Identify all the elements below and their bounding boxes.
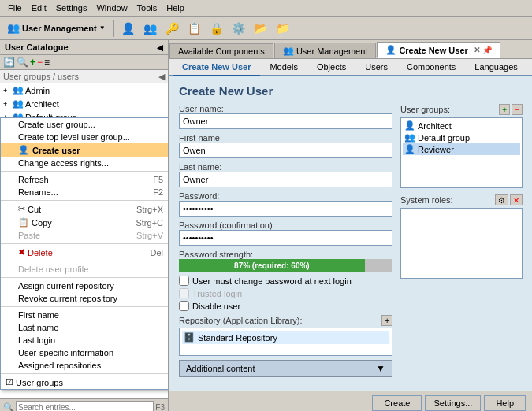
toolbar-icon-8[interactable]: 📁 (273, 20, 292, 36)
close-tab-icon[interactable]: ✕ (474, 46, 480, 54)
password-confirm-input[interactable] (179, 230, 392, 246)
ctx-item-cut[interactable]: ✂ CutStrg+X (1, 202, 168, 216)
inner-tab-objects[interactable]: Objects (307, 59, 355, 75)
ctx-item-user-groups[interactable]: ☑ User groups (1, 376, 168, 389)
system-roles-remove-btn[interactable]: ✕ (510, 194, 523, 206)
additional-content-expand-icon: ▼ (376, 363, 385, 374)
cb-must-change-label: User must change password at next login (192, 276, 352, 286)
inner-tab-create-new-user[interactable]: Create New User (173, 59, 260, 76)
ug-item-default[interactable]: 👥 Default group (403, 131, 520, 143)
user-management-toolbar-btn[interactable]: 👥 User Management ▼ (3, 20, 110, 36)
ug-item-architect[interactable]: 👤 Architect (403, 120, 520, 131)
menu-help[interactable]: Help (162, 2, 189, 14)
ctx-item-paste[interactable]: PasteStrg+V (1, 229, 168, 242)
toolbar-icon-2[interactable]: 👥 (140, 20, 160, 36)
cb-trusted-label: Trusted login (192, 289, 242, 298)
toolbar-icon-5[interactable]: 🔒 (206, 20, 226, 36)
tree-header-collapse[interactable]: ◀ (158, 72, 165, 82)
repo-label: Repository (Application Library): (179, 316, 303, 325)
admin-group-icon: 👥 (13, 85, 24, 95)
user-catalogue-label: User Catalogue (5, 43, 69, 52)
tab-user-management[interactable]: 👥 User Management (274, 43, 377, 58)
tab-create-new-user[interactable]: 👤 Create New User ✕ 📌 (377, 42, 500, 58)
dropdown-arrow-icon: ▼ (99, 24, 106, 31)
pin-tab-icon[interactable]: 📌 (482, 46, 492, 54)
available-components-tab-label: Available Components (178, 46, 265, 56)
additional-content-label: Additional content (186, 364, 255, 373)
ctx-item-delete[interactable]: ✖ DeleteDel (1, 246, 168, 259)
repo-item-standard[interactable]: 🗄️ Standard-Repository (182, 331, 389, 344)
menu-settings[interactable]: Settings (51, 2, 92, 14)
ctx-create-user-label: Create user (32, 146, 80, 155)
firstname-label: First name: (179, 133, 392, 143)
toolbar-icon-7[interactable]: 📂 (251, 20, 270, 36)
form-left-column: User name: First name: Last name: (179, 104, 392, 383)
main-container: User Catalogue ◀ 🔄 🔍 + − ≡ User groups /… (0, 40, 532, 411)
ctx-item-last-login[interactable]: Last login (1, 334, 168, 346)
left-toolbar-expand-btn[interactable]: ≡ (44, 57, 50, 68)
left-toolbar-filter-btn[interactable]: 🔍 (17, 57, 28, 68)
ctx-item-assign-repo[interactable]: Assign current repository (1, 280, 168, 292)
password-group: Password: (179, 191, 392, 217)
menu-window[interactable]: Window (91, 2, 132, 14)
ctx-item-create-group[interactable]: Create user group... (1, 118, 168, 131)
password-input[interactable] (179, 201, 392, 217)
inner-tab-languages[interactable]: Languages (465, 59, 526, 75)
ctx-separator-7 (1, 373, 168, 374)
create-button[interactable]: Create (372, 395, 422, 411)
main-toolbar: 👥 User Management ▼ 👤 👥 🔑 📋 🔒 ⚙️ 📂 📁 (0, 17, 532, 40)
user-groups-remove-btn[interactable]: − (512, 104, 523, 115)
user-groups-add-btn[interactable]: + (499, 104, 510, 115)
settings-button[interactable]: Settings... (425, 395, 481, 411)
ctx-item-change-access[interactable]: Change access rights... (1, 157, 168, 169)
ctx-item-revoke-repo[interactable]: Revoke current repository (1, 292, 168, 305)
password-strength-bg: 87% (required: 60%) (179, 259, 392, 272)
inner-tab-users[interactable]: Users (355, 59, 397, 75)
firstname-input[interactable] (179, 143, 392, 158)
inner-tab-components-label: Components (407, 62, 456, 72)
repo-add-btn[interactable]: + (381, 315, 392, 326)
toolbar-icon-1[interactable]: 👤 (118, 20, 138, 36)
tree-item-admin[interactable]: + 👥 Admin (0, 83, 168, 97)
left-toolbar-minus-btn[interactable]: − (37, 57, 43, 68)
repo-box: 🗄️ Standard-Repository (179, 328, 392, 356)
ctx-item-user-info[interactable]: User-specific information (1, 346, 168, 359)
tab-available-components[interactable]: Available Components (169, 43, 273, 58)
ctx-item-copy[interactable]: 📋 CopyStrg+C (1, 216, 168, 229)
toolbar-icon-6[interactable]: ⚙️ (229, 20, 248, 36)
password-strength-group: Password strength: 87% (required: 60%) (179, 250, 392, 272)
left-toolbar-add-btn[interactable]: + (30, 57, 35, 68)
ctx-item-delete-profile[interactable]: Delete user profile (1, 263, 168, 276)
search-input[interactable] (16, 401, 154, 411)
ctx-item-rename[interactable]: Rename...F2 (1, 186, 168, 198)
additional-content-section[interactable]: Additional content ▼ (179, 360, 392, 377)
ctx-item-last-name[interactable]: Last name (1, 321, 168, 334)
ctx-item-refresh[interactable]: RefreshF5 (1, 173, 168, 186)
menu-tools[interactable]: Tools (132, 2, 162, 14)
cb-trusted[interactable] (179, 288, 189, 298)
help-button[interactable]: Help (484, 395, 526, 411)
ctx-item-assigned-repos[interactable]: Assigned repositories (1, 359, 168, 372)
collapse-icon[interactable]: ◀ (157, 43, 163, 52)
cb-must-change[interactable] (179, 276, 189, 286)
left-toolbar-refresh-btn[interactable]: 🔄 (3, 57, 15, 68)
right-panel: Available Components 👥 User Management 👤… (169, 40, 532, 411)
system-roles-settings-btn[interactable]: ⚙ (495, 194, 508, 206)
checked-icon: ☑ (6, 377, 13, 387)
menu-edit[interactable]: Edit (27, 2, 51, 14)
toolbar-icon-4[interactable]: 📋 (184, 20, 204, 36)
ctx-item-create-user[interactable]: 👤 Create user (1, 143, 168, 157)
menu-file[interactable]: File (3, 2, 27, 14)
toolbar-icon-3[interactable]: 🔑 (162, 20, 182, 36)
username-input[interactable] (179, 113, 392, 129)
system-roles-btn-group: ⚙ ✕ (495, 194, 523, 206)
ug-item-reviewer[interactable]: 👤 Reviewer (403, 143, 520, 155)
inner-tab-models[interactable]: Models (260, 59, 307, 75)
architect-ug-label: Architect (418, 121, 452, 131)
cb-disable[interactable] (179, 301, 189, 311)
ctx-item-create-top-group[interactable]: Create top level user group... (1, 131, 168, 143)
inner-tab-components[interactable]: Components (397, 59, 465, 75)
lastname-input[interactable] (179, 172, 392, 187)
ctx-item-first-name[interactable]: First name (1, 309, 168, 321)
tree-item-architect[interactable]: + 👥 Architect (0, 97, 168, 110)
